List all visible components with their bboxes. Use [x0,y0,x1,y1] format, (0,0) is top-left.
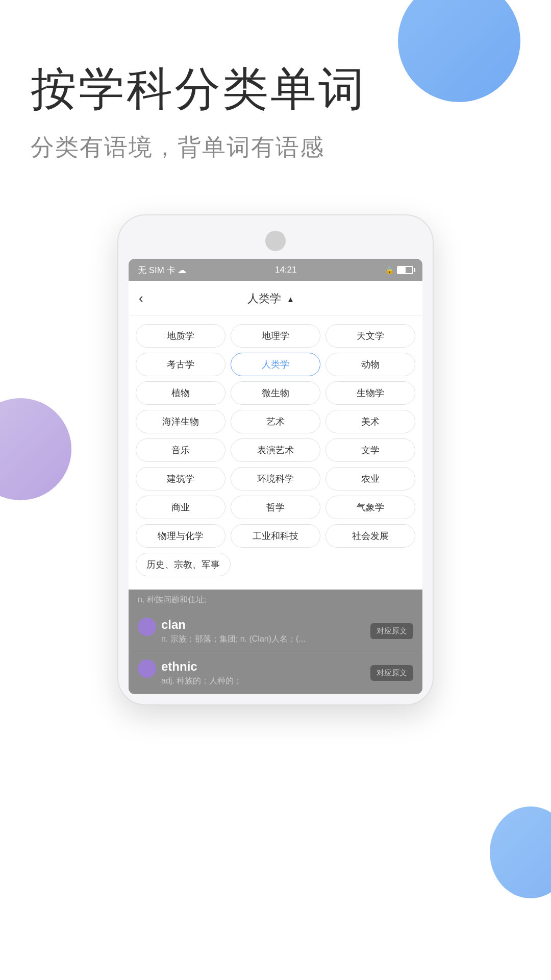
category-meteorology[interactable]: 气象学 [325,496,415,519]
category-archaeology[interactable]: 考古学 [136,353,226,376]
category-literature[interactable]: 文学 [325,438,415,462]
category-astronomy[interactable]: 天文学 [325,324,415,348]
category-grid: 地质学 地理学 天文学 考古学 人类学 动物 植物 微生物 生物学 [129,316,422,590]
category-row-1: 地质学 地理学 天文学 [136,324,415,348]
phone-screen: 无 SIM 卡 ☁ 14:21 🔒 ‹ 人类学 ▲ [129,259,422,694]
avatar-clan [138,618,156,636]
phone-top-button [265,231,286,251]
category-philosophy[interactable]: 哲学 [231,496,320,519]
nav-title-text: 人类学 [247,292,281,305]
hero-section: 按学科分类单词 分类有语境，背单词有语感 [0,0,551,194]
category-geology[interactable]: 地质学 [136,324,226,348]
deco-circle-right [490,806,551,898]
category-physics-chemistry[interactable]: 物理与化学 [136,524,226,548]
category-row-4: 海洋生物 艺术 美术 [136,410,415,433]
battery-icon [397,266,413,274]
category-geography[interactable]: 地理学 [231,324,320,348]
category-plants[interactable]: 植物 [136,381,226,405]
avatar-ethnic [138,659,156,678]
category-fineart[interactable]: 美术 [325,410,415,433]
phone-container: 无 SIM 卡 ☁ 14:21 🔒 ‹ 人类学 ▲ [0,214,551,705]
category-history-religion[interactable]: 历史、宗教、军事 [136,553,231,576]
category-row-5: 音乐 表演艺术 文学 [136,438,415,462]
word-content-ethnic: ethnic adj. 种族的；人种的； [161,659,364,687]
back-button[interactable]: ‹ [139,290,143,306]
word-content-clan: clan n. 宗族；部落；集团; n. (Clan)人名；(... [161,618,364,645]
category-art[interactable]: 艺术 [231,410,320,433]
category-industry-tech[interactable]: 工业和科技 [231,524,320,548]
word-action-clan[interactable]: 对应原文 [370,623,413,639]
status-bar: 无 SIM 卡 ☁ 14:21 🔒 [129,259,422,281]
hero-title: 按学科分类单词 [31,61,520,116]
category-marine[interactable]: 海洋生物 [136,410,226,433]
category-row-8: 物理与化学 工业和科技 社会发展 [136,524,415,548]
category-environment[interactable]: 环境科学 [231,467,320,491]
hero-subtitle: 分类有语境，背单词有语感 [31,132,520,163]
word-english-clan: clan [161,618,364,632]
category-microbes[interactable]: 微生物 [231,381,320,405]
category-row-6: 建筑学 环境科学 农业 [136,467,415,491]
word-item-clan: clan n. 宗族；部落；集团; n. (Clan)人名；(... 对应原文 [129,610,422,652]
app-navbar: ‹ 人类学 ▲ [129,281,422,316]
word-english-ethnic: ethnic [161,659,364,674]
category-agriculture[interactable]: 农业 [325,467,415,491]
category-row-3: 植物 微生物 生物学 [136,381,415,405]
word-chinese-clan: n. 宗族；部落；集团; n. (Clan)人名；(... [161,634,364,645]
nav-arrow: ▲ [286,295,294,304]
category-row-7: 商业 哲学 气象学 [136,496,415,519]
word-chinese-ethnic: adj. 种族的；人种的； [161,676,364,687]
category-architecture[interactable]: 建筑学 [136,467,226,491]
nav-title: 人类学 ▲ [143,291,399,306]
word-list-header-text: n. 种族问题和住址; [138,595,206,604]
category-anthropology[interactable]: 人类学 [231,353,320,376]
category-biology[interactable]: 生物学 [325,381,415,405]
category-animals[interactable]: 动物 [325,353,415,376]
category-performing[interactable]: 表演艺术 [231,438,320,462]
lock-icon: 🔒 [385,266,394,274]
word-list-header: n. 种族问题和住址; [129,590,422,610]
category-music[interactable]: 音乐 [136,438,226,462]
category-row-9: 历史、宗教、军事 [136,553,415,576]
status-left: 无 SIM 卡 ☁ [138,264,186,276]
status-right: 🔒 [385,266,413,274]
phone-mockup: 无 SIM 卡 ☁ 14:21 🔒 ‹ 人类学 ▲ [117,214,434,705]
status-time: 14:21 [275,265,297,275]
word-item-ethnic: ethnic adj. 种族的；人种的； 对应原文 [129,652,422,694]
battery-fill [398,267,406,273]
category-social-dev[interactable]: 社会发展 [325,524,415,548]
no-sim-text: 无 SIM 卡 ☁ [138,264,186,276]
category-business[interactable]: 商业 [136,496,226,519]
word-action-ethnic[interactable]: 对应原文 [370,665,413,681]
category-row-2: 考古学 人类学 动物 [136,353,415,376]
